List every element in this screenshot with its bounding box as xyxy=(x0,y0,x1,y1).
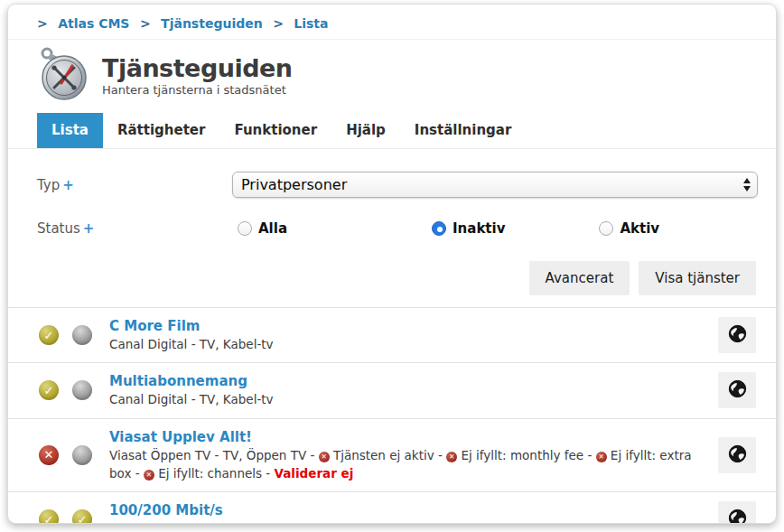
status-neutral-icon xyxy=(72,380,92,400)
app-title-block: Tjänsteguiden Hantera tjänsterna i stads… xyxy=(102,54,293,97)
tab-installningar[interactable]: Inställningar xyxy=(400,113,527,148)
tab-bar: Lista Rättigheter Funktioner Hjälp Instä… xyxy=(8,113,776,149)
status-neutral-icon xyxy=(72,325,92,345)
page-subtitle: Hantera tjänsterna i stadsnätet xyxy=(102,83,293,97)
service-link[interactable]: Viasat Upplev Allt! xyxy=(109,429,252,445)
error-mini-icon: ✕ xyxy=(144,470,154,481)
status-radio-group: Alla Inaktiv Aktiv xyxy=(232,220,758,237)
status-filter-row: Status+ Alla Inaktiv Aktiv xyxy=(8,220,776,237)
typ-expand-icon[interactable]: + xyxy=(62,177,74,193)
globe-button[interactable] xyxy=(718,372,756,408)
radio-circle-icon xyxy=(432,221,446,236)
row-status-icons: ✕ xyxy=(39,445,109,465)
row-content: C More Film Canal Digital - TV, Kabel-tv xyxy=(109,317,718,353)
row-status-icons: ✓ xyxy=(39,380,109,400)
radio-inaktiv[interactable]: Inaktiv xyxy=(432,220,505,237)
service-link[interactable]: 100/200 Mbit/s xyxy=(109,502,223,518)
row-status-icons: ✓✓ xyxy=(39,509,109,524)
service-link[interactable]: C More Film xyxy=(109,318,200,334)
compass-logo-icon xyxy=(37,46,89,105)
page-title: Tjänsteguiden xyxy=(102,54,293,82)
radio-alla[interactable]: Alla xyxy=(238,220,287,237)
advanced-button[interactable]: Avancerat xyxy=(529,261,630,295)
status-error-icon: ✕ xyxy=(39,445,59,465)
service-row: ✓ Multiabonnemang Canal Digital - TV, Ka… xyxy=(8,363,776,418)
radio-circle-icon xyxy=(599,221,613,236)
globe-icon xyxy=(728,379,747,401)
row-content: Viasat Upplev Allt! Viasat Öppen TV - TV… xyxy=(109,428,718,483)
service-row: ✓ C More Film Canal Digital - TV, Kabel-… xyxy=(8,308,776,363)
tab-lista[interactable]: Lista xyxy=(37,113,103,148)
status-ok-icon: ✓ xyxy=(39,325,59,345)
tab-funktioner[interactable]: Funktioner xyxy=(219,113,331,148)
radio-circle-icon xyxy=(238,221,252,236)
service-description: Canal Digital - TV, Kabel-tv xyxy=(109,390,718,408)
status-ok-icon: ✓ xyxy=(39,380,59,400)
status-expand-icon[interactable]: + xyxy=(83,220,95,237)
status-neutral-icon xyxy=(72,445,92,465)
tab-rattigheter[interactable]: Rättigheter xyxy=(103,113,220,148)
globe-button[interactable] xyxy=(718,437,756,473)
status-ok-icon: ✓ xyxy=(72,509,92,524)
typ-label: Typ+ xyxy=(37,177,232,193)
globe-icon xyxy=(728,509,747,524)
radio-aktiv[interactable]: Aktiv xyxy=(599,220,659,237)
select-stepper-icon xyxy=(743,178,751,191)
breadcrumb-link-tjansteguiden[interactable]: Tjänsteguiden xyxy=(161,16,263,31)
show-services-button[interactable]: Visa tjänster xyxy=(639,261,756,295)
globe-button[interactable] xyxy=(718,501,756,524)
globe-icon xyxy=(728,324,747,346)
breadcrumb-separator: > xyxy=(37,16,48,31)
row-status-icons: ✓ xyxy=(39,325,109,345)
breadcrumb: > Atlas CMS > Tjänsteguiden > Lista xyxy=(8,5,776,40)
breadcrumb-link-atlas-cms[interactable]: Atlas CMS xyxy=(58,16,129,31)
row-content: Multiabonnemang Canal Digital - TV, Kabe… xyxy=(109,372,718,408)
tab-hjalp[interactable]: Hjälp xyxy=(331,113,400,148)
service-description: Demoleverantör - Internet, Via fiber xyxy=(109,519,718,524)
service-description: Viasat Öppen TV - TV, Öppen TV - ✕ Tjäns… xyxy=(109,446,718,483)
service-row: ✕ Viasat Upplev Allt! Viasat Öppen TV - … xyxy=(8,419,776,493)
service-row: ✓✓ 100/200 Mbit/s Demoleverantör - Inter… xyxy=(8,492,776,524)
globe-icon xyxy=(728,444,747,466)
status-ok-icon: ✓ xyxy=(39,509,59,524)
service-list: ✓ C More Film Canal Digital - TV, Kabel-… xyxy=(8,307,776,524)
error-mini-icon: ✕ xyxy=(596,452,607,462)
action-bar: Avancerat Visa tjänster xyxy=(8,261,776,295)
typ-select-value: Privatpersoner xyxy=(241,176,347,193)
breadcrumb-separator: > xyxy=(273,16,284,31)
app-header: Tjänsteguiden Hantera tjänsterna i stads… xyxy=(8,40,776,109)
typ-filter-row: Typ+ Privatpersoner xyxy=(8,172,776,198)
main-panel: > Atlas CMS > Tjänsteguiden > Lista xyxy=(7,4,777,524)
typ-select[interactable]: Privatpersoner xyxy=(232,172,758,198)
row-content: 100/200 Mbit/s Demoleverantör - Internet… xyxy=(109,501,718,524)
breadcrumb-separator: > xyxy=(140,16,151,31)
globe-button[interactable] xyxy=(718,317,756,353)
status-label: Status+ xyxy=(37,220,232,237)
service-link[interactable]: Multiabonnemang xyxy=(109,373,247,389)
service-description: Canal Digital - TV, Kabel-tv xyxy=(109,335,718,353)
error-mini-icon: ✕ xyxy=(446,452,457,462)
error-mini-icon: ✕ xyxy=(319,452,330,462)
breadcrumb-link-lista[interactable]: Lista xyxy=(294,16,328,31)
